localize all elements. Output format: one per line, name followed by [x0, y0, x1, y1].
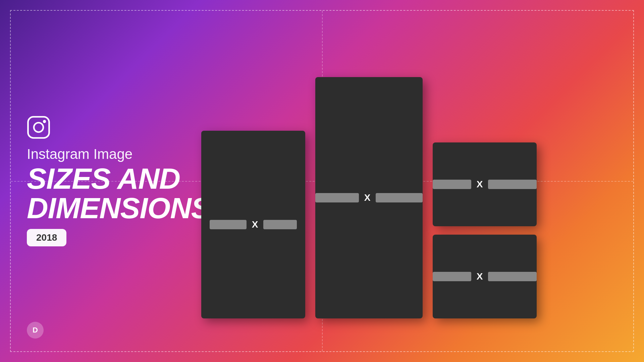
card-landscape-top: X: [433, 142, 537, 226]
svg-point-1: [34, 123, 43, 132]
year-badge: 2018: [27, 229, 66, 246]
dimension-label-medium: X: [315, 192, 423, 203]
card-square-bottom: X: [433, 235, 537, 318]
dim-bar-left: [433, 180, 471, 189]
dim-x-top: X: [477, 179, 483, 190]
dim-x-small: X: [252, 219, 258, 230]
dimension-label-small: X: [210, 219, 297, 230]
right-stack: X X: [433, 142, 537, 318]
left-panel: Instagram Image SIZES and DIMENSIONS 201…: [27, 116, 201, 246]
dim-bar-right: [488, 272, 537, 281]
disqus-logo: D: [27, 322, 44, 339]
svg-point-2: [43, 120, 46, 123]
svg-rect-0: [28, 117, 49, 138]
dim-bar-left: [210, 220, 247, 229]
right-panel: X X X: [201, 30, 617, 332]
instagram-icon: [27, 116, 50, 139]
dim-x-medium: X: [364, 192, 371, 203]
title-dimensions: DIMENSIONS: [27, 191, 210, 225]
dim-bar-right: [376, 193, 423, 202]
title-sizes: SIZES and: [27, 162, 180, 195]
card-portrait-medium: X: [315, 77, 423, 318]
dim-bar-right: [263, 220, 297, 229]
disqus-letter: D: [33, 326, 38, 335]
dim-bar-left: [433, 272, 471, 281]
dim-bar-left: [315, 193, 359, 202]
dim-x-bottom: X: [477, 271, 483, 282]
page-background: Instagram Image SIZES and DIMENSIONS 201…: [0, 0, 644, 362]
page-title: SIZES and DIMENSIONS: [27, 164, 188, 223]
page-subtitle: Instagram Image: [27, 146, 188, 163]
dimension-label-top: X: [433, 179, 537, 190]
card-portrait-small: X: [201, 131, 305, 318]
dim-bar-right: [488, 180, 537, 189]
dimension-label-bottom: X: [433, 271, 537, 282]
